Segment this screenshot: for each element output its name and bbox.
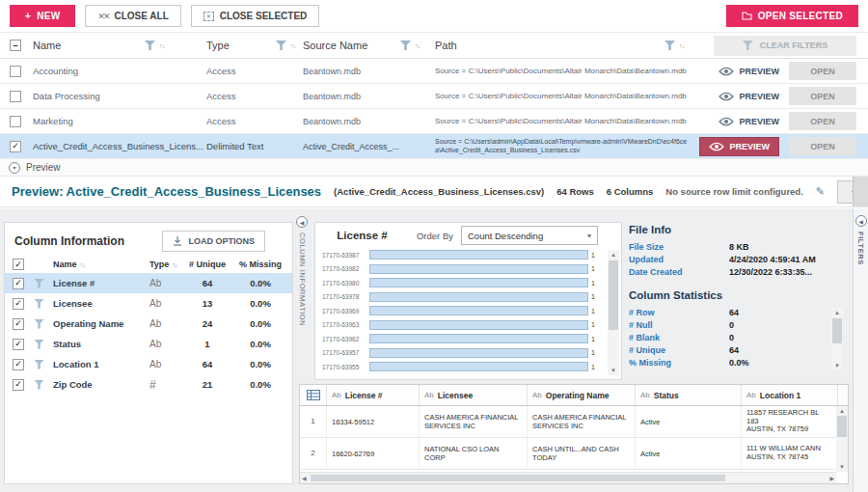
column-header-source: Source Name bbox=[303, 40, 367, 51]
column-row[interactable]: ✓ Status Ab 1 0.0% bbox=[5, 334, 292, 354]
column-checkbox[interactable]: ✓ bbox=[13, 379, 24, 391]
scroll-up-icon[interactable]: ▲ bbox=[610, 250, 616, 260]
close-selected-button[interactable]: ✕ CLOSE SELECTED bbox=[191, 5, 320, 27]
filter-icon[interactable] bbox=[34, 360, 44, 369]
grid-column-header[interactable]: AbLicensee bbox=[420, 385, 528, 405]
column-checkbox[interactable]: ✓ bbox=[13, 298, 24, 310]
filter-icon[interactable] bbox=[34, 299, 44, 309]
row-checkbox[interactable] bbox=[10, 91, 21, 102]
scroll-left-icon[interactable]: ◀ bbox=[302, 475, 307, 481]
scroll-thumb[interactable] bbox=[837, 416, 847, 437]
column-information-panel: Column Information LOAD OPTIONS ✓ Name↑↓… bbox=[4, 222, 293, 484]
preview-button[interactable]: PREVIEW bbox=[719, 92, 779, 101]
filter-icon[interactable] bbox=[34, 340, 44, 349]
scroll-thumb[interactable] bbox=[609, 260, 618, 330]
grid-horizontal-scrollbar[interactable]: ◀ ▶ bbox=[300, 472, 836, 483]
scroll-down-icon[interactable]: ▼ bbox=[834, 361, 840, 370]
column-row-selected[interactable]: ✓ License # Ab 64 0.0% bbox=[5, 273, 292, 293]
clear-filters-button[interactable]: CLEAR FILTERS bbox=[714, 36, 856, 56]
column-information-title: Column Information bbox=[14, 231, 124, 248]
row-name: Accounting bbox=[33, 66, 206, 76]
filter-icon[interactable] bbox=[665, 41, 675, 50]
grid-column-label: Location 1 bbox=[760, 391, 801, 400]
preview-button[interactable]: PREVIEW bbox=[719, 67, 779, 76]
row-checkbox[interactable]: ✓ bbox=[10, 141, 21, 152]
bar-row: 17170-639691 bbox=[315, 304, 606, 318]
sort-icon[interactable]: ↑↓ bbox=[415, 42, 420, 49]
indeterminate-icon: – bbox=[13, 41, 17, 50]
column-checkbox[interactable]: ✓ bbox=[13, 339, 24, 350]
sort-icon[interactable]: ↑↓ bbox=[172, 261, 176, 268]
field-value: 4/24/2020 4:59:41 AM bbox=[729, 255, 816, 264]
chart-scrollbar[interactable]: ▲ ▼ bbox=[608, 250, 619, 375]
bar-label: 17170-63962 bbox=[315, 336, 369, 342]
grid-column-header[interactable]: AbLicense # bbox=[327, 385, 420, 405]
edit-icon[interactable]: ✎ bbox=[816, 185, 825, 198]
open-selected-button[interactable]: OPEN SELECTED bbox=[726, 5, 858, 27]
sort-icon[interactable]: ↑↓ bbox=[159, 42, 164, 49]
table-row[interactable]: Marketing Access Beantown.mdb Source = C… bbox=[0, 109, 868, 134]
stats-scrollbar[interactable]: ▲ ▼ bbox=[831, 308, 843, 370]
column-row[interactable]: ✓ Location 1 Ab 64 0.0% bbox=[5, 354, 292, 374]
eye-icon bbox=[719, 117, 734, 126]
preview-section-toggle[interactable]: ▾ Preview bbox=[0, 159, 868, 177]
filter-icon[interactable] bbox=[34, 380, 44, 390]
filter-icon[interactable] bbox=[145, 41, 155, 50]
bar bbox=[369, 320, 588, 330]
filter-icon[interactable] bbox=[276, 41, 286, 50]
scroll-thumb[interactable] bbox=[832, 318, 842, 343]
column-checkbox[interactable]: ✓ bbox=[13, 278, 24, 289]
column-header-type: Type bbox=[206, 40, 230, 51]
grid-column-header[interactable]: AbLocation 1 bbox=[742, 385, 838, 405]
close-all-button[interactable]: ✕✕ CLOSE ALL bbox=[85, 5, 180, 27]
sort-icon[interactable]: ↑↓ bbox=[80, 261, 85, 268]
scroll-up-icon[interactable]: ▲ bbox=[839, 406, 845, 416]
type-icon: Ab bbox=[640, 391, 650, 399]
filter-icon[interactable] bbox=[400, 41, 411, 50]
open-button[interactable]: OPEN bbox=[789, 87, 856, 105]
field-label: Updated bbox=[629, 255, 729, 264]
open-button[interactable]: OPEN bbox=[789, 62, 856, 80]
open-button[interactable]: OPEN bbox=[789, 137, 856, 155]
scroll-down-icon[interactable]: ▼ bbox=[610, 366, 616, 375]
file-info-title: File Info bbox=[629, 224, 845, 235]
scroll-up-icon[interactable]: ▲ bbox=[834, 308, 840, 317]
bar-label: 17170-63987 bbox=[315, 252, 369, 259]
scroll-thumb[interactable] bbox=[311, 475, 725, 481]
grid-column-header[interactable]: AbStatus bbox=[636, 385, 742, 405]
column-checkbox[interactable]: ✓ bbox=[13, 318, 24, 330]
filter-icon[interactable] bbox=[34, 319, 44, 329]
open-button[interactable]: OPEN bbox=[789, 112, 856, 130]
preview-label: PREVIEW bbox=[739, 67, 779, 76]
column-checkbox[interactable]: ✓ bbox=[13, 359, 24, 370]
table-row[interactable]: Data Processing Access Beantown.mdb Sour… bbox=[0, 84, 868, 109]
column-row[interactable]: ✓ Licensee Ab 13 0.0% bbox=[5, 293, 292, 314]
new-button[interactable]: + NEW bbox=[10, 5, 75, 27]
load-options-button[interactable]: LOAD OPTIONS bbox=[162, 231, 265, 252]
row-checkbox[interactable] bbox=[10, 116, 21, 127]
preview-button[interactable]: PREVIEW bbox=[719, 117, 779, 126]
sort-icon[interactable]: ↑↓ bbox=[290, 42, 295, 49]
scroll-down-icon[interactable]: ▼ bbox=[839, 462, 845, 472]
grid-vertical-scrollbar[interactable]: ▲ ▼ bbox=[836, 406, 848, 472]
select-all-columns-checkbox[interactable]: ✓ bbox=[13, 259, 24, 270]
column-missing: 0.0% bbox=[232, 359, 288, 369]
select-all-grid-icon[interactable] bbox=[300, 385, 327, 405]
filters-tab[interactable]: ◀ FILTERS bbox=[853, 208, 868, 492]
collapse-panel-icon[interactable]: ◀ bbox=[296, 216, 308, 228]
order-by-select[interactable]: Count Descending ▾ bbox=[461, 226, 598, 245]
column-row[interactable]: ✓ Operating Name Ab 24 0.0% bbox=[5, 314, 292, 334]
scroll-right-icon[interactable]: ▶ bbox=[829, 475, 834, 481]
preview-button-active[interactable]: PREVIEW bbox=[699, 137, 779, 156]
grid-column-header[interactable]: AbOperating Name bbox=[528, 385, 636, 405]
collapse-panel-icon[interactable]: ◀ bbox=[855, 215, 867, 227]
column-information-tab[interactable]: ◀ COLUMN INFORMATION bbox=[294, 216, 310, 380]
select-all-checkbox[interactable]: – bbox=[10, 40, 21, 51]
column-row[interactable]: ✓ Zip Code # 21 0.0% bbox=[5, 374, 292, 395]
table-row-selected[interactable]: ✓ Active_Credit_Access_Business_Licens..… bbox=[0, 134, 868, 159]
bar-chart: 17170-639871 17170-639821 17170-639801 1… bbox=[315, 248, 606, 375]
sort-icon[interactable]: ↑↓ bbox=[679, 42, 684, 49]
filter-icon[interactable] bbox=[34, 279, 44, 288]
table-row[interactable]: Accounting Access Beantown.mdb Source = … bbox=[0, 59, 868, 84]
row-checkbox[interactable] bbox=[10, 66, 21, 77]
